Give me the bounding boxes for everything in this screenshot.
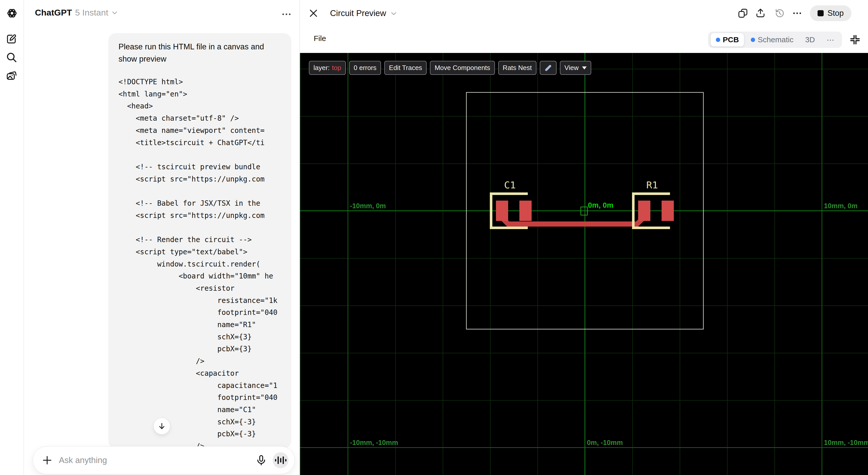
user-message-code: <!DOCTYPE html> <html lang="en"> <head> … bbox=[119, 76, 282, 448]
chat-options-icon[interactable] bbox=[281, 9, 292, 20]
c1-pad-1[interactable] bbox=[496, 201, 508, 221]
pcb-dot-icon bbox=[716, 38, 720, 42]
app-title: ChatGPT bbox=[35, 8, 72, 18]
tab-schematic-label: Schematic bbox=[758, 35, 793, 44]
pencil-icon bbox=[544, 64, 552, 72]
view-label: View bbox=[564, 64, 579, 72]
pcb-canvas[interactable]: C1 R1 0m, 0m -10mm, 0m 10mm, 0m -10mm bbox=[300, 53, 868, 475]
stop-label: Stop bbox=[828, 9, 844, 18]
chat-input[interactable] bbox=[58, 455, 255, 465]
tab-3d[interactable]: 3D bbox=[800, 33, 820, 46]
canvas-title: Circuit Preview bbox=[330, 8, 386, 18]
new-chat-icon[interactable] bbox=[6, 33, 18, 45]
r1-pad-2[interactable] bbox=[661, 201, 674, 221]
copy-icon[interactable] bbox=[738, 8, 748, 19]
c1-silkscreen-bottom bbox=[490, 227, 528, 229]
tab-schematic[interactable]: Schematic bbox=[746, 33, 799, 46]
stop-square-icon bbox=[817, 10, 824, 16]
tab-pcb[interactable]: PCB bbox=[711, 33, 744, 46]
model-selector[interactable]: ChatGPT 5 Instant bbox=[35, 8, 118, 18]
chevron-down-icon bbox=[112, 9, 118, 16]
c1-ref-label: C1 bbox=[504, 179, 516, 191]
model-name: 5 Instant bbox=[75, 8, 108, 18]
tab-more-label: ⋯ bbox=[827, 35, 834, 44]
r1-silkscreen-top bbox=[632, 193, 670, 195]
tab-pcb-label: PCB bbox=[723, 35, 739, 44]
circuit-preview-panel: Circuit Preview bbox=[300, 0, 868, 475]
r1-silkscreen-bottom bbox=[632, 227, 670, 229]
layer-button[interactable]: layer: top bbox=[309, 61, 346, 75]
schematic-dot-icon bbox=[751, 38, 755, 42]
grid-label-left-mid: -10mm, 0m bbox=[350, 202, 386, 210]
origin-coordinate-label: 0m, 0m bbox=[588, 201, 613, 209]
history-icon[interactable] bbox=[774, 8, 785, 19]
library-icon[interactable] bbox=[6, 70, 18, 82]
close-icon[interactable] bbox=[308, 8, 319, 19]
r1-ref-label: R1 bbox=[646, 179, 658, 191]
move-components-button[interactable]: Move Components bbox=[430, 61, 495, 75]
collapse-icon[interactable] bbox=[849, 34, 861, 45]
r1-silkscreen-bar bbox=[632, 193, 634, 229]
preview-subheader: File PCB Schematic 3D ⋯ bbox=[300, 27, 868, 53]
view-tabs: PCB Schematic 3D ⋯ bbox=[708, 32, 842, 48]
composer bbox=[33, 446, 295, 474]
chatgpt-app: ChatGPT 5 Instant Please run this HTML f… bbox=[0, 0, 868, 475]
stop-button[interactable]: Stop bbox=[810, 5, 851, 21]
search-icon[interactable] bbox=[6, 52, 18, 64]
pcb-toolbar: layer: top 0 errors Edit Traces Move Com… bbox=[309, 61, 591, 75]
attach-plus-icon[interactable] bbox=[41, 455, 53, 466]
r1-pad-1[interactable] bbox=[638, 201, 650, 221]
user-message-text: Please run this HTML file in a canvas an… bbox=[119, 41, 283, 65]
tab-3d-label: 3D bbox=[805, 35, 815, 44]
grid-label-right-mid: 10mm, 0m bbox=[824, 202, 858, 210]
grid-label-center-bottom: 0m, -10mm bbox=[587, 439, 623, 446]
edit-traces-button[interactable]: Edit Traces bbox=[384, 61, 427, 75]
canvas-title-menu[interactable]: Circuit Preview bbox=[330, 8, 397, 18]
rats-nest-button[interactable]: Rats Nest bbox=[498, 61, 536, 75]
sidebar bbox=[0, 0, 24, 475]
caret-down-icon bbox=[582, 66, 587, 69]
grid-label-right-bottom: 10mm, -10mm bbox=[824, 439, 868, 446]
c1-pad-2[interactable] bbox=[519, 201, 532, 221]
tab-more[interactable]: ⋯ bbox=[822, 33, 839, 46]
layer-prefix: layer: bbox=[313, 64, 330, 72]
more-options-icon[interactable] bbox=[792, 8, 803, 19]
layer-value: top bbox=[332, 64, 341, 72]
chevron-down-icon bbox=[390, 10, 397, 16]
grid-label-left-bottom: -10mm, -10mm bbox=[350, 439, 398, 446]
edit-pencil-button[interactable] bbox=[540, 61, 557, 75]
dictate-mic-icon[interactable] bbox=[255, 454, 267, 466]
scroll-to-bottom-button[interactable] bbox=[153, 418, 170, 435]
share-icon[interactable] bbox=[755, 8, 766, 19]
file-menu[interactable]: File bbox=[311, 32, 329, 45]
chat-panel: ChatGPT 5 Instant Please run this HTML f… bbox=[24, 0, 300, 475]
c1-silkscreen-bar bbox=[490, 193, 492, 229]
openai-logo-icon bbox=[6, 7, 18, 19]
pcb-drawing: C1 R1 0m, 0m -10mm, 0m 10mm, 0m -10mm bbox=[300, 53, 868, 475]
user-message-bubble: Please run this HTML file in a canvas an… bbox=[108, 33, 291, 448]
errors-button[interactable]: 0 errors bbox=[349, 61, 381, 75]
chat-header: ChatGPT 5 Instant bbox=[24, 0, 300, 27]
preview-header: Circuit Preview bbox=[300, 0, 868, 27]
view-dropdown-button[interactable]: View bbox=[560, 61, 591, 75]
c1-silkscreen-top bbox=[490, 193, 528, 195]
voice-mode-button[interactable] bbox=[273, 452, 288, 468]
